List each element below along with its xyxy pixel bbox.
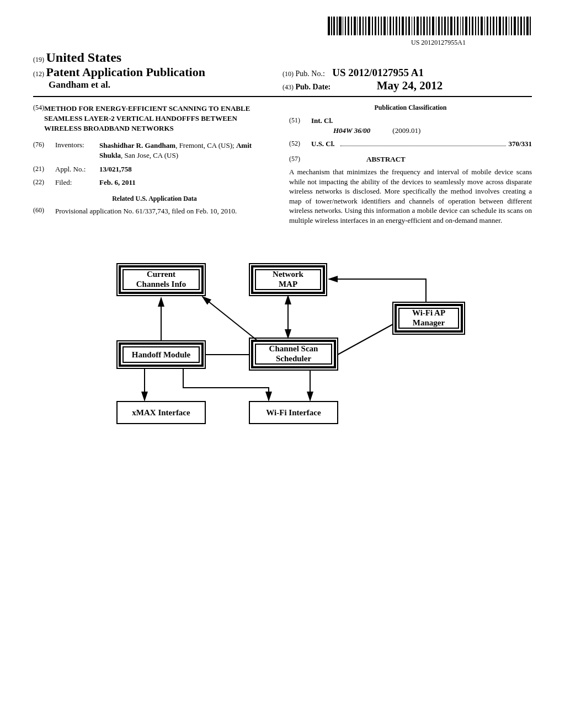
svg-rect-44 — [460, 17, 461, 35]
box-handoff-module: Handoff Module — [117, 341, 205, 368]
svg-rect-15 — [372, 17, 373, 35]
patent-title: METHOD FOR ENERGY-EFFICIENT SCANNING TO … — [44, 104, 276, 134]
inventors-label: Inventors: — [55, 141, 99, 160]
uscl-dots — [340, 137, 507, 146]
pub-no: US 2012/0127955 A1 — [332, 67, 424, 78]
svg-rect-55 — [493, 17, 494, 35]
inventor-loc-1: , Fremont, CA (US); — [175, 141, 236, 149]
diagram: Current Channels Info Network MAP Wi-Fi … — [33, 258, 532, 435]
svg-rect-24 — [399, 17, 400, 35]
svg-rect-32 — [423, 17, 425, 35]
box-label: Network — [273, 270, 303, 279]
barcode-text: US 20120127955A1 — [33, 39, 466, 47]
uscl-label: U.S. Cl. — [311, 140, 335, 148]
svg-rect-40 — [447, 17, 449, 35]
svg-rect-27 — [408, 17, 410, 35]
svg-rect-35 — [432, 17, 434, 35]
box-wifi-ap-manager: Wi-Fi AP Manager — [393, 302, 465, 334]
svg-rect-59 — [505, 17, 507, 35]
prov-code: (60) — [33, 206, 55, 216]
box-network-map: Network MAP — [249, 264, 327, 296]
pub-date-code: (43) — [282, 83, 294, 91]
svg-rect-8 — [351, 17, 352, 35]
uscl-value: 370/331 — [508, 140, 532, 148]
svg-rect-36 — [436, 17, 436, 35]
box-xmax-interface: xMAX Interface — [117, 402, 205, 424]
svg-rect-1 — [331, 17, 332, 35]
barcode-area — [33, 17, 532, 38]
svg-rect-56 — [496, 17, 497, 35]
svg-rect-0 — [328, 17, 330, 35]
svg-rect-48 — [472, 17, 473, 35]
svg-rect-50 — [478, 17, 479, 35]
pub-date-label: Pub. Date: — [296, 83, 331, 91]
filed-code: (22) — [33, 178, 55, 187]
svg-rect-2 — [333, 17, 335, 35]
svg-rect-30 — [417, 17, 419, 35]
svg-rect-23 — [396, 17, 397, 35]
intcl-date: (2009.01) — [392, 126, 420, 135]
svg-rect-51 — [481, 17, 483, 35]
svg-rect-47 — [469, 17, 470, 35]
abstract-text: A mechanism that minimizes the frequency… — [289, 167, 532, 225]
svg-rect-31 — [420, 17, 422, 35]
svg-rect-17 — [378, 17, 379, 35]
svg-rect-45 — [462, 17, 463, 35]
box-channel-scan-scheduler: Channel Scan Scheduler — [249, 338, 338, 370]
pub-type-code: (12) — [33, 70, 44, 78]
related-data-title: Related U.S. Application Data — [33, 195, 276, 203]
filed-value: Feb. 6, 2011 — [99, 178, 136, 186]
box-current-channels: Current Channels Info — [117, 264, 205, 296]
prov-text: Provisional application No. 61/337,743, … — [55, 206, 276, 216]
svg-rect-16 — [375, 17, 376, 35]
filed-label: Filed: — [55, 178, 99, 187]
svg-rect-42 — [454, 17, 455, 35]
svg-rect-18 — [381, 17, 382, 35]
box-label: xMAX Interface — [132, 408, 190, 417]
intcl-value: H04W 36/00 — [333, 126, 370, 135]
arrow-icon — [329, 279, 426, 302]
svg-rect-3 — [337, 17, 338, 35]
pub-date: May 24, 2012 — [377, 79, 443, 92]
svg-rect-29 — [414, 17, 415, 35]
svg-rect-37 — [438, 17, 440, 35]
svg-rect-19 — [383, 17, 386, 35]
barcode-icon — [328, 17, 532, 35]
authors-line: Gandham et al. — [49, 79, 282, 90]
svg-rect-53 — [487, 17, 488, 35]
svg-rect-43 — [457, 17, 459, 35]
box-label: Current — [147, 270, 175, 279]
right-column: Publication Classification (51) Int. Cl.… — [289, 104, 532, 225]
svg-rect-62 — [514, 17, 516, 35]
svg-rect-63 — [518, 17, 519, 35]
svg-rect-10 — [357, 17, 358, 35]
divider — [33, 96, 532, 97]
svg-rect-25 — [402, 17, 404, 35]
abstract-label: ABSTRACT — [366, 155, 406, 164]
box-label: Wi-Fi AP — [412, 308, 445, 317]
appl-code: (21) — [33, 165, 55, 174]
svg-rect-26 — [406, 17, 407, 35]
box-label: Channels Info — [136, 280, 186, 288]
svg-rect-46 — [465, 17, 467, 35]
svg-rect-7 — [348, 17, 349, 35]
svg-rect-67 — [530, 17, 531, 35]
svg-rect-20 — [387, 17, 388, 35]
svg-rect-22 — [393, 17, 394, 35]
svg-rect-58 — [503, 17, 504, 35]
box-label: Manager — [413, 318, 445, 327]
svg-rect-11 — [359, 17, 361, 35]
svg-rect-12 — [363, 17, 364, 35]
svg-rect-52 — [484, 17, 485, 35]
svg-rect-49 — [475, 17, 476, 35]
left-column: (54) METHOD FOR ENERGY-EFFICIENT SCANNIN… — [33, 104, 276, 225]
svg-rect-5 — [343, 17, 343, 35]
uscl-code: (52) — [289, 140, 311, 148]
arrow-icon — [202, 297, 258, 341]
box-label: Scheduler — [276, 354, 312, 363]
inventors-code: (76) — [33, 141, 55, 160]
intcl-code: (51) — [289, 116, 311, 125]
box-wifi-interface: Wi-Fi Interface — [249, 402, 338, 424]
svg-rect-14 — [368, 17, 370, 35]
svg-rect-39 — [444, 17, 446, 35]
